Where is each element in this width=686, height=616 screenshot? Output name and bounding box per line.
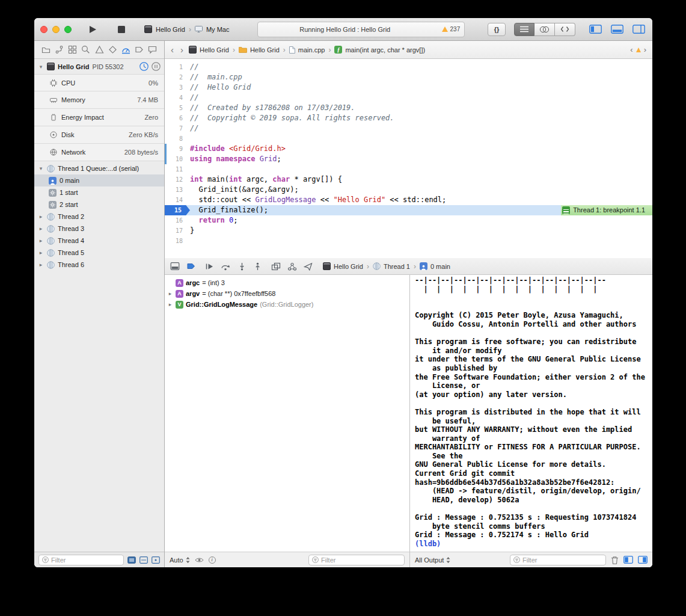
report-navigator-icon[interactable] (148, 45, 157, 54)
debug-view-hierarchy-button[interactable] (271, 262, 281, 271)
thread-item[interactable]: ▸Thread 3 (34, 223, 164, 235)
version-editor-button[interactable] (555, 23, 575, 36)
clear-console-button[interactable] (611, 556, 619, 564)
breakpoint-annotation[interactable]: Thread 1: breakpoint 1.1 (561, 205, 652, 215)
stop-button[interactable] (112, 22, 130, 37)
toggle-navigator-button[interactable] (587, 23, 603, 36)
code-line-6[interactable]: 6// Copyright © 2019 sopa. All rights re… (165, 113, 652, 123)
disclosure-icon[interactable]: ▸ (38, 238, 44, 244)
console-output-popup[interactable]: All Output (415, 556, 450, 564)
code-line-3[interactable]: 3// Hello Grid (165, 82, 652, 93)
show-variables-view-button[interactable] (623, 556, 633, 564)
code-line-15[interactable]: 15 Grid_finalize();Thread 1: breakpoint … (165, 205, 652, 215)
stack-frame-0-main[interactable]: 0 main (34, 174, 164, 186)
thread-item[interactable]: ▸Thread 2 (34, 211, 164, 223)
variable-row[interactable]: ▸Aargv= (char **) 0x7ffeefbff568 (167, 288, 407, 299)
thread-item[interactable]: ▸Thread 5 (34, 247, 164, 259)
disclosure-icon[interactable]: ▸ (38, 214, 44, 220)
code-line-17[interactable]: 17} (165, 226, 652, 236)
step-over-button[interactable] (221, 262, 231, 271)
breakpoint-navigator-icon[interactable] (135, 45, 144, 54)
filter-interesting-threads-button[interactable] (127, 556, 136, 564)
code-line-1[interactable]: 1// (165, 62, 652, 72)
step-out-button[interactable] (253, 262, 262, 271)
code-line-7[interactable]: 7// (165, 123, 652, 134)
quicklook-eye-icon[interactable] (195, 557, 204, 563)
code-line-14[interactable]: 14 std::cout << GridLogMessage << "Hello… (165, 195, 652, 205)
warning-count-badge[interactable]: 237 (442, 22, 461, 37)
view-mode-stack-button[interactable] (139, 556, 148, 564)
thread-1-row[interactable]: ▾Thread 1 Queue:...d (serial) (34, 162, 164, 174)
code-line-16[interactable]: 16 return 0; (165, 215, 652, 226)
breakpoint-marker[interactable]: 15 (165, 205, 190, 215)
jumpbar-item[interactable]: ƒmain(int argc, char * argv[]) (334, 46, 425, 54)
disclosure-icon[interactable]: ▾ (38, 165, 44, 171)
gauge-row-network[interactable]: Network208 bytes/s (34, 144, 164, 161)
debug-crumb[interactable]: Hello Grid (323, 262, 363, 270)
code-line-5[interactable]: 5// Created by s1786208 on 17/03/2019. (165, 103, 652, 113)
debug-navigator-icon[interactable] (121, 45, 130, 54)
process-view-button[interactable] (139, 62, 149, 71)
gauge-row-disk[interactable]: DiskZero KB/s (34, 126, 164, 144)
variable-row[interactable]: ▸VGrid::GridLogMessage(Grid::GridLogger) (167, 299, 407, 310)
process-row[interactable]: ▾ Hello Grid PID 55302 (34, 59, 164, 74)
jumpbar-item[interactable]: Hello Grid (189, 46, 229, 54)
stack-frame-2-start[interactable]: 2 start (34, 199, 164, 211)
run-button[interactable] (84, 22, 102, 37)
console-filter-field[interactable]: Filter (510, 555, 606, 565)
toggle-inspector-button[interactable] (631, 23, 646, 36)
view-mode-flat-button[interactable] (152, 556, 160, 564)
jumpbar-item[interactable]: Hello Grid (239, 46, 280, 54)
scheme-selector[interactable]: Hello Grid › My Mac (139, 23, 234, 35)
project-navigator-icon[interactable] (41, 45, 51, 54)
show-console-view-button[interactable] (638, 556, 648, 564)
thread-item[interactable]: ▸Thread 4 (34, 235, 164, 247)
code-line-10[interactable]: 10using namespace Grid; (165, 154, 652, 164)
disclosure-icon[interactable]: ▾ (38, 64, 44, 70)
info-icon[interactable]: i (209, 556, 216, 564)
debug-crumb[interactable]: 0 main (420, 262, 450, 270)
standard-editor-button[interactable] (514, 23, 534, 36)
disclosure-icon[interactable]: ▸ (38, 250, 44, 256)
disclosure-icon[interactable]: ▸ (167, 301, 173, 307)
variable-row[interactable]: Aargc= (int) 3 (167, 277, 407, 288)
stack-frame-1-start[interactable]: 1 start (34, 186, 164, 199)
source-control-icon[interactable] (55, 45, 64, 54)
code-line-8[interactable]: 8 (165, 134, 652, 144)
code-snippet-button[interactable]: {} (488, 23, 506, 36)
code-line-13[interactable]: 13 Grid_init(&argc,&argv); (165, 185, 652, 195)
disclosure-icon[interactable]: ▸ (38, 226, 44, 232)
variables-scope-popup[interactable]: Auto (170, 556, 190, 564)
continue-button[interactable] (205, 262, 214, 271)
code-line-18[interactable]: 18 (165, 236, 652, 246)
jumpbar-item[interactable]: main.cpp (289, 46, 325, 54)
minimize-window-button[interactable] (52, 26, 60, 33)
simulate-location-button[interactable] (304, 262, 313, 271)
code-line-12[interactable]: 12int main(int argc, char * argv[]) { (165, 174, 652, 185)
zoom-window-button[interactable] (64, 26, 72, 33)
source-editor[interactable]: 1//2// main.cpp3// Hello Grid4//5// Crea… (165, 59, 652, 258)
previous-issue-button[interactable]: ‹ (629, 46, 634, 54)
variables-filter-field[interactable]: Filter (308, 555, 405, 565)
toggle-debug-area-button[interactable] (609, 23, 625, 36)
code-line-2[interactable]: 2// main.cpp (165, 72, 652, 82)
gauge-row-cpu[interactable]: CPU0% (34, 74, 164, 91)
code-line-11[interactable]: 11 (165, 164, 652, 174)
test-navigator-icon[interactable] (108, 45, 117, 54)
find-navigator-icon[interactable] (81, 45, 90, 54)
code-line-9[interactable]: 9#include <Grid/Grid.h> (165, 144, 652, 154)
step-into-button[interactable] (237, 262, 247, 271)
symbol-navigator-icon[interactable] (68, 45, 77, 54)
breakpoints-toggle-button[interactable] (186, 262, 196, 271)
gauge-row-energy[interactable]: Energy ImpactZero (34, 109, 164, 126)
debug-crumb[interactable]: Thread 1 (373, 262, 410, 270)
hide-debug-area-button[interactable] (170, 262, 180, 271)
assistant-editor-button[interactable] (534, 23, 555, 36)
back-button[interactable]: ‹ (170, 45, 175, 54)
code-line-4[interactable]: 4// (165, 93, 652, 103)
console-output[interactable]: --|--|--|--|--|--|--|--|--|--|--|--|--|-… (410, 275, 652, 552)
forward-button[interactable]: › (179, 45, 185, 54)
memory-graph-button[interactable] (287, 262, 297, 271)
gauge-row-memory[interactable]: Memory7.4 MB (34, 91, 164, 109)
thread-item[interactable]: ▸Thread 6 (34, 259, 164, 271)
